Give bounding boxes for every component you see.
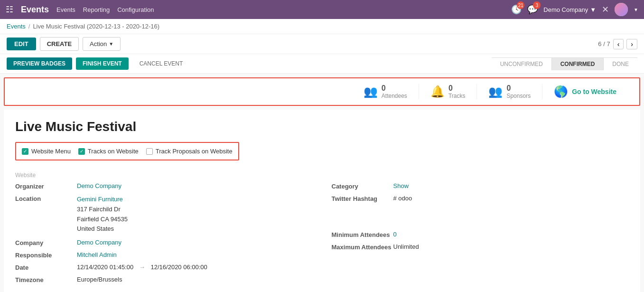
max-attendees-label: Maximum Attendees bbox=[332, 243, 393, 251]
website-menu-checkbox[interactable]: ✓ Website Menu bbox=[22, 148, 71, 155]
close-icon[interactable]: ✕ bbox=[602, 4, 609, 15]
action-bar: EDIT CREATE Action ▼ 6 / 7 ‹ › bbox=[0, 34, 644, 54]
track-proposals-check-icon bbox=[146, 148, 153, 155]
main-content: 👥 0 Attendees 🔔 0 Tracks 👥 0 Sponsors 🌎 … bbox=[0, 74, 644, 292]
timezone-value: Europe/Brussels bbox=[77, 276, 122, 283]
attendees-text: 0 Attendees bbox=[382, 84, 407, 99]
location-value[interactable]: Gemini Furniture 317 Fairchild Dr Fairfi… bbox=[77, 195, 128, 234]
website-menu-label: Website Menu bbox=[31, 148, 71, 155]
responsible-value[interactable]: Mitchell Admin bbox=[77, 251, 117, 258]
location-line3: Fairfield CA 94535 bbox=[77, 216, 128, 223]
track-proposals-label: Track Proposals on Website bbox=[156, 148, 233, 155]
go-to-website-stat[interactable]: 🌎 Go to Website bbox=[542, 85, 628, 98]
create-button[interactable]: CREATE bbox=[40, 37, 79, 51]
organizer-field: Organizer Demo Company bbox=[15, 182, 313, 190]
status-unconfirmed[interactable]: UNCONFIRMED bbox=[492, 57, 551, 70]
tracks-icon: 🔔 bbox=[430, 85, 445, 98]
sponsors-stat[interactable]: 👥 0 Sponsors bbox=[477, 84, 542, 99]
sub-action-bar: PREVIEW BADGES FINISH EVENT CANCEL EVENT… bbox=[0, 54, 644, 74]
status-done[interactable]: DONE bbox=[604, 57, 637, 70]
min-attendees-label: Minimum Attendees bbox=[332, 231, 393, 238]
top-navigation: Events Reporting Configuration bbox=[56, 6, 504, 13]
website-icon: 🌎 bbox=[554, 85, 568, 98]
messages-icon[interactable]: 💬 3 bbox=[527, 4, 538, 15]
company-name: Demo Company bbox=[543, 6, 588, 13]
prev-button[interactable]: ‹ bbox=[613, 39, 624, 49]
twitter-label: Twitter Hashtag bbox=[332, 195, 393, 202]
sponsors-label: Sponsors bbox=[506, 93, 531, 99]
location-line4: United States bbox=[77, 225, 114, 232]
min-attendees-value[interactable]: 0 bbox=[393, 231, 397, 238]
attendees-count: 0 bbox=[382, 84, 407, 93]
date-start: 12/14/2020 01:45:00 bbox=[77, 264, 133, 271]
grid-icon[interactable]: ☷ bbox=[6, 4, 13, 15]
topbar-right: 🕓 21 💬 3 Demo Company ▼ ✕ ▼ bbox=[511, 3, 638, 16]
tracks-stat[interactable]: 🔔 0 Tracks bbox=[419, 84, 477, 99]
notifications-icon[interactable]: 🕓 21 bbox=[511, 4, 522, 15]
status-bar: UNCONFIRMED CONFIRMED DONE bbox=[492, 57, 637, 70]
category-value[interactable]: Show bbox=[393, 182, 409, 189]
go-to-website-label: Go to Website bbox=[572, 88, 616, 95]
company-field: Company Demo Company bbox=[15, 239, 313, 246]
company-value[interactable]: Demo Company bbox=[77, 239, 121, 246]
timezone-field: Timezone Europe/Brussels bbox=[15, 276, 313, 283]
action-label: Action bbox=[90, 40, 107, 47]
form-area: Live Music Festival ✓ Website Menu ✓ Tra… bbox=[4, 110, 640, 292]
edit-button[interactable]: EDIT bbox=[7, 38, 36, 50]
next-button[interactable]: › bbox=[626, 39, 637, 49]
twitter-field: Twitter Hashtag # odoo bbox=[332, 195, 629, 202]
right-spacer bbox=[332, 172, 629, 179]
location-label: Location bbox=[15, 195, 77, 202]
tracks-label: Tracks bbox=[448, 93, 466, 99]
right-fields: Category Show Twitter Hashtag # odoo Min… bbox=[332, 170, 629, 288]
action-chevron-icon: ▼ bbox=[109, 41, 113, 47]
user-chevron-icon: ▼ bbox=[634, 7, 638, 12]
organizer-value[interactable]: Demo Company bbox=[77, 182, 121, 189]
twitter-value: # odoo bbox=[393, 195, 412, 202]
action-button[interactable]: Action ▼ bbox=[83, 37, 121, 51]
stats-bar: 👥 0 Attendees 🔔 0 Tracks 👥 0 Sponsors 🌎 … bbox=[4, 77, 640, 106]
responsible-label: Responsible bbox=[15, 251, 77, 259]
finish-event-button[interactable]: FINISH EVENT bbox=[76, 57, 129, 70]
notifications-count: 21 bbox=[517, 1, 524, 9]
user-avatar[interactable] bbox=[615, 3, 628, 16]
nav-configuration[interactable]: Configuration bbox=[117, 6, 154, 13]
pagination: 6 / 7 ‹ › bbox=[598, 39, 637, 49]
breadcrumb-current: Live Music Festival (2020-12-13 - 2020-1… bbox=[33, 23, 159, 30]
checkboxes-row: ✓ Website Menu ✓ Tracks on Website Track… bbox=[15, 142, 239, 160]
track-proposals-checkbox[interactable]: Track Proposals on Website bbox=[146, 148, 233, 155]
website-section-label: Website bbox=[15, 172, 313, 179]
location-field: Location Gemini Furniture 317 Fairchild … bbox=[15, 195, 313, 234]
tracks-on-website-check-icon: ✓ bbox=[78, 148, 85, 155]
attendees-label: Attendees bbox=[382, 93, 407, 99]
date-value: 12/14/2020 01:45:00 → 12/16/2020 06:00:0… bbox=[77, 264, 207, 271]
date-end: 12/16/2020 06:00:00 bbox=[151, 264, 207, 271]
company-selector[interactable]: Demo Company ▼ bbox=[543, 6, 596, 13]
breadcrumb-root[interactable]: Events bbox=[7, 23, 26, 30]
cancel-event-button[interactable]: CANCEL EVENT bbox=[132, 57, 190, 70]
tracks-on-website-label: Tracks on Website bbox=[88, 148, 139, 155]
sponsors-count: 0 bbox=[506, 84, 531, 93]
nav-events[interactable]: Events bbox=[56, 6, 75, 13]
event-title: Live Music Festival bbox=[15, 119, 629, 134]
pagination-text: 6 / 7 bbox=[598, 40, 610, 47]
tracks-text: 0 Tracks bbox=[448, 84, 466, 99]
website-menu-check-icon: ✓ bbox=[22, 148, 28, 155]
topbar: ☷ Events Events Reporting Configuration … bbox=[0, 0, 644, 19]
app-title: Events bbox=[21, 5, 49, 15]
date-field: Date 12/14/2020 01:45:00 → 12/16/2020 06… bbox=[15, 264, 313, 271]
status-confirmed[interactable]: CONFIRMED bbox=[551, 57, 604, 70]
form-fields: Website Organizer Demo Company Location … bbox=[15, 170, 629, 288]
breadcrumb: Events / Live Music Festival (2020-12-13… bbox=[0, 19, 644, 34]
location-line2: 317 Fairchild Dr bbox=[77, 206, 121, 213]
date-label: Date bbox=[15, 264, 77, 271]
attendees-stat[interactable]: 👥 0 Attendees bbox=[352, 84, 419, 99]
tracks-count: 0 bbox=[448, 84, 466, 93]
nav-reporting[interactable]: Reporting bbox=[83, 6, 110, 13]
company-label: Company bbox=[15, 239, 77, 246]
app-name-label: Events bbox=[21, 5, 49, 15]
preview-badges-button[interactable]: PREVIEW BADGES bbox=[7, 57, 72, 70]
category-label: Category bbox=[332, 182, 393, 190]
tracks-on-website-checkbox[interactable]: ✓ Tracks on Website bbox=[78, 148, 139, 155]
timezone-label: Timezone bbox=[15, 276, 77, 283]
